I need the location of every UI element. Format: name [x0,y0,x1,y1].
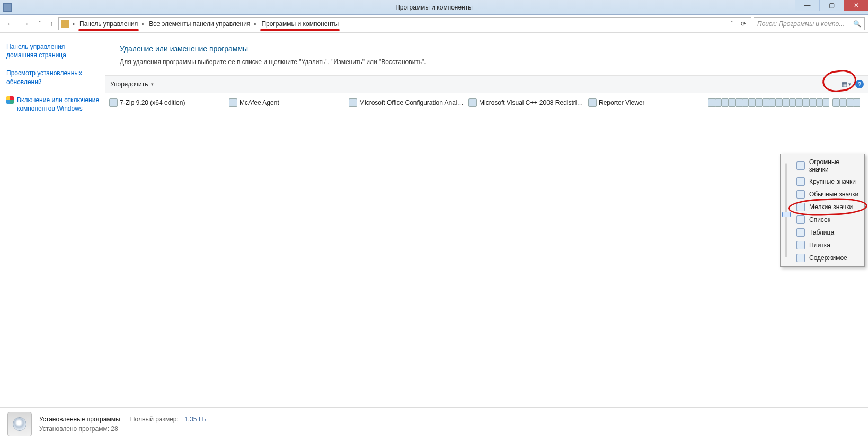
address-dropdown[interactable]: ˅ [727,19,737,29]
view-option[interactable]: Огромные значки [792,156,864,175]
program-icon [748,98,755,107]
breadcrumb-item-1[interactable]: Все элементы панели управления [148,20,251,28]
search-input[interactable]: Поиск: Программы и компо... 🔍 [754,17,865,30]
toolbar: Упорядочить ▾ ▦ ▾ ? [105,75,868,93]
page-heading: Удаление или изменение программы [105,33,868,56]
chevron-down-icon: ▾ [151,82,154,87]
program-item[interactable]: DameWare Development Mirror Driver ... [755,97,762,108]
close-button[interactable]: ✕ [844,0,868,11]
program-item[interactable]: Reporter Viewer [588,97,708,108]
program-item[interactable]: Microsoft Visual C++ 2012 Redistributa..… [816,97,823,108]
forward-button[interactable]: → [19,17,33,31]
history-dropdown[interactable]: ˅ [35,20,45,28]
program-item[interactable]: 7-Zip 9.20 (x64 edition) [109,97,229,108]
organize-button[interactable]: Упорядочить ▾ [110,80,154,88]
view-option[interactable]: Обычные значки [792,188,864,201]
view-option-icon [796,177,805,186]
program-item [863,97,866,108]
view-option-icon [796,228,805,237]
program-item[interactable]: TPGenesysConfigurator [782,97,789,108]
disc-icon [13,417,26,431]
program-item[interactable]: Microsoft Visual C++ 2008 Redistributa..… [775,97,782,108]
program-item[interactable]: McAfee DLP Endpoint [721,97,728,108]
view-option-label: Таблица [809,229,834,236]
annotation-underline [260,29,340,31]
program-icon [742,98,749,107]
program-item[interactable]: Skype™ 6.18 [742,97,749,108]
program-icon [846,98,853,107]
program-icon [802,98,809,107]
breadcrumb-label: Панель управления [79,20,138,28]
search-icon: 🔍 [853,20,861,28]
view-option-label: Список [809,216,830,223]
program-icon [735,98,742,107]
program-icon [468,98,477,107]
program-item[interactable]: Microsoft Visual C++ 2008 Redistributa..… [846,97,853,108]
view-option[interactable]: Плитка [792,239,864,252]
view-option-icon [796,203,805,211]
program-item[interactable]: McAfee Host Intrusion Prevention [762,97,769,108]
program-item[interactable]: Основные компоненты Windows Live [748,97,755,108]
program-item[interactable]: Microsoft Office Configuration Analyzer.… [349,97,468,108]
refresh-button[interactable]: ⟳ [738,19,749,29]
program-item[interactable]: Microsoft Visual C++ 2008 Redistributa..… [468,97,588,108]
footer-line-1: Установленные программы Полный размер: 1… [39,415,206,424]
program-icon [715,98,722,107]
slider-thumb[interactable] [782,212,791,217]
chevron-down-icon: ▾ [848,82,851,87]
program-icon [708,98,715,107]
minimize-button[interactable]: — [795,0,819,11]
view-option[interactable]: Крупные значки [792,175,864,188]
help-button[interactable]: ? [855,80,864,88]
footer-count: Установлено программ: 28 [39,424,206,434]
view-grid-icon: ▦ [842,80,847,88]
view-option[interactable]: Содержимое [792,252,864,264]
view-option-icon [796,215,805,224]
view-option[interactable]: Мелкие значки [792,201,864,213]
maximize-button[interactable]: ▢ [819,0,844,11]
program-icon [762,98,769,107]
toolbar-right: ▦ ▾ ? [840,76,864,93]
program-item[interactable]: Драйвер графики Intel® [708,97,715,108]
program-list: 7-Zip 9.20 (x64 edition)McAfee AgentMicr… [105,93,868,112]
main-panel: Удаление или изменение программы Для уда… [105,33,868,407]
view-size-slider[interactable] [781,154,792,266]
view-option[interactable]: Список [792,213,864,226]
program-item[interactable]: McAfee VirusScan Enterprise [802,97,809,108]
program-item[interactable]: Forefront TMG Client [795,97,802,108]
nav-row: ← → ˅ ↑ ▸ Панель управления ▸ Все элемен… [0,15,868,33]
program-item[interactable]: Adobe Flash Player 13 Plugin [715,97,722,108]
sidebar-link-features[interactable]: Включение или отключение компонентов Win… [6,96,100,113]
program-item[interactable]: Microsoft OneDrive [769,97,776,108]
breadcrumb-label: Программы и компоненты [261,20,339,28]
program-item[interactable]: Microsoft Office профессиональный п... [728,97,735,108]
view-popup: Огромные значкиКрупные значкиОбычные зна… [780,154,865,267]
view-option-label: Содержимое [809,254,847,262]
program-item[interactable]: NICE Perform® Release 3.5 - Player Co... [853,97,860,108]
program-item[interactable]: Средство передачи Windows Live [789,97,796,108]
breadcrumb-item-2[interactable]: Программы и компоненты [260,20,340,28]
program-item[interactable]: Microsoft Silverlight [809,97,816,108]
program-icon [839,98,846,107]
view-options-button[interactable]: ▦ ▾ [840,79,852,89]
program-icon [822,98,829,107]
breadcrumb-item-0[interactable]: Панель управления [78,20,139,28]
address-bar[interactable]: ▸ Панель управления ▸ Все элементы панел… [58,17,751,30]
program-icon [809,98,816,107]
up-button[interactable]: ↑ [47,20,56,28]
program-item[interactable]: Genesys CCPulse+ 8.0.101.34 [832,97,839,108]
back-button[interactable]: ← [3,17,17,31]
program-item[interactable]: Microsoft IE ActiveX Analyzer [839,97,846,108]
program-icon [795,98,802,107]
sidebar-link-updates[interactable]: Просмотр установленных обновлений [6,69,100,86]
program-icon [721,98,728,107]
program-name: Reporter Viewer [599,99,644,106]
view-option[interactable]: Таблица [792,226,864,239]
page-subtext: Для удаления программы выберите ее в спи… [105,56,868,75]
sidebar-link-home[interactable]: Панель управления — домашняя страница [6,42,100,59]
program-item[interactable]: VMware Player [822,97,829,108]
program-item[interactable]: McAfee Agent [229,97,349,108]
program-name: Microsoft Office Configuration Analyzer.… [359,99,465,106]
program-item[interactable]: Microsoft Visual C++ 2008 Redistributa..… [735,97,742,108]
search-placeholder: Поиск: Программы и компо... [757,20,850,28]
